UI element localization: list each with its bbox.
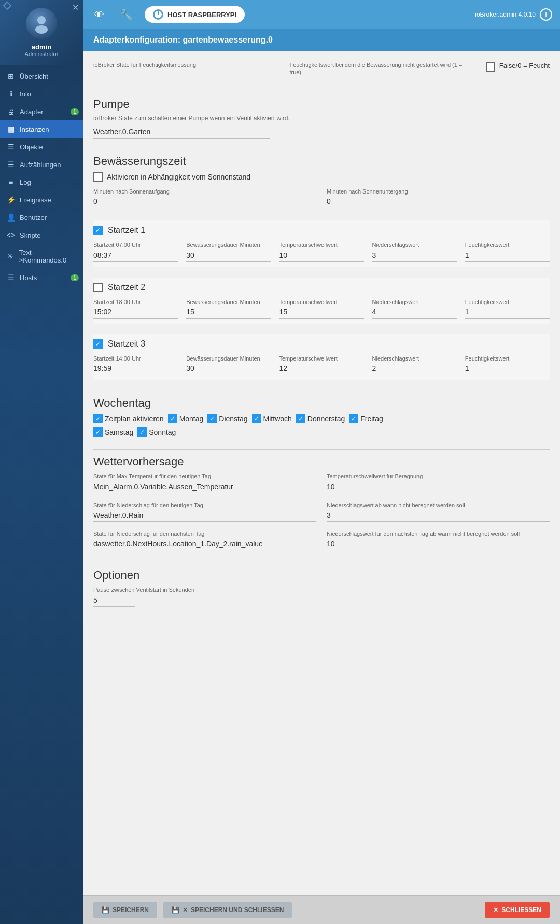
sidebar-item-ubersicht[interactable]: ⊞ Übersicht: [0, 67, 83, 85]
wochentag-title: Wochentag: [93, 396, 550, 410]
startzeit2-checkbox[interactable]: [93, 283, 103, 292]
startzeit1-temp-input[interactable]: [279, 251, 363, 262]
sidebar-item-hosts[interactable]: ☰ Hosts 1: [0, 269, 83, 286]
optionen-title: Optionen: [93, 569, 550, 582]
hosts-badge: 1: [71, 274, 79, 281]
events-icon: ⚡: [6, 196, 16, 204]
startzeit2-fields: Startzeit 18:00 Uhr Bewässerungsdauer Mi…: [93, 298, 550, 319]
zeitplan-checkbox[interactable]: [93, 414, 103, 423]
sidebar-item-instanzen[interactable]: ▤ Instanzen: [0, 120, 83, 138]
save-button[interactable]: 💾 SPEICHERN: [93, 902, 157, 918]
sidebar-item-label: Hosts: [20, 274, 37, 282]
startzeit2-time-input[interactable]: [93, 308, 178, 319]
sidebar-item-text-kommandos[interactable]: ✳ Text->Kommandos.0: [0, 244, 83, 269]
niederschlag-label: State für Niederschlag für den heutigen …: [93, 502, 316, 509]
feuchtigkeitswert-field: Feuchtigkeitswert bei dem die Bewässerun…: [289, 61, 475, 81]
startzeit3-time-input[interactable]: [93, 364, 178, 375]
temp-schwellwert-label: Temperaturschwellwert für Beregnung: [327, 473, 550, 480]
startzeit1-niederschlag-label: Niederschlagswert: [372, 241, 457, 249]
niederschlag-schwellwert-field: Niederschlagswert ab wann nicht beregnet…: [327, 502, 550, 522]
donnerstag-checkbox[interactable]: [296, 414, 305, 423]
startzeit2-dauer-label: Bewässerungsdauer Minuten: [186, 298, 271, 306]
startzeit3-checkbox[interactable]: [93, 339, 103, 349]
startzeit2-dauer-input[interactable]: [186, 308, 271, 319]
pause-input[interactable]: [93, 596, 135, 607]
temp-schwellwert-input[interactable]: [327, 482, 550, 493]
startzeit3-dauer-input[interactable]: [186, 364, 271, 375]
naechster-schwellwert-input[interactable]: [327, 540, 550, 550]
sonnenuntergang-input[interactable]: [327, 197, 550, 208]
sidebar-item-info[interactable]: ℹ Info: [0, 85, 83, 103]
montag-checkbox[interactable]: [168, 414, 177, 423]
startzeit1-block: Startzeit 1 Startzeit 07:00 Uhr Bewässer…: [93, 220, 550, 267]
startzeit1-time-label: Startzeit 07:00 Uhr: [93, 241, 178, 249]
freitag-item: Freitag: [349, 414, 383, 423]
power-icon: [153, 9, 163, 20]
false-label: False/0 = Feucht: [499, 61, 550, 71]
page-title: Adapterkonfiguration: gartenbewaesserung…: [93, 35, 273, 44]
wrench-icon[interactable]: 🔧: [118, 6, 134, 23]
startzeit3-feuchtig-input[interactable]: [465, 364, 550, 375]
printer-icon: 🖨: [6, 107, 16, 116]
saveclose-icon: 💾: [172, 906, 179, 914]
aktivieren-checkbox[interactable]: [93, 172, 103, 182]
sonnen-fields: Minuten nach Sonnenaufgang Minuten nach …: [93, 188, 550, 208]
sonntag-checkbox[interactable]: [137, 427, 147, 437]
sonnenuntergang-label: Minuten nach Sonnenuntergang: [327, 188, 550, 195]
startzeit1-dauer-input[interactable]: [186, 251, 271, 262]
wetter-row1: State für Max Temperatur für den heutige…: [93, 473, 550, 493]
sonnenaufgang-input[interactable]: [93, 197, 316, 208]
sidebar-item-benutzer[interactable]: 👤 Benutzer: [0, 209, 83, 226]
sidebar-item-objekte[interactable]: ☰ Objekte: [0, 138, 83, 156]
sidebar-item-aufzahlungen[interactable]: ☰ Aufzählungen: [0, 156, 83, 173]
mittwoch-label: Mittwoch: [263, 415, 292, 423]
feuchtigkeits-input[interactable]: [93, 71, 279, 81]
sonntag-item: Sonntag: [137, 427, 176, 437]
naechster-tag-input[interactable]: [93, 540, 316, 550]
startzeit1-time-field: Startzeit 07:00 Uhr: [93, 241, 178, 261]
sidebar-item-ereignisse[interactable]: ⚡ Ereignisse: [0, 191, 83, 209]
sidebar-item-label: Übersicht: [20, 73, 48, 80]
startzeit3-temp-label: Temperaturschwellwert: [279, 355, 363, 362]
startzeit2-niederschlag-input[interactable]: [372, 308, 457, 319]
footer: 💾 SPEICHERN 💾 ✕ SPEICHERN UND SCHLIESSEN…: [83, 895, 560, 924]
svg-point-0: [37, 16, 46, 24]
eye-icon[interactable]: 👁: [91, 6, 107, 23]
montag-item: Montag: [168, 414, 204, 423]
mittwoch-checkbox[interactable]: [252, 414, 261, 423]
sonnenuntergang-field: Minuten nach Sonnenuntergang: [327, 188, 550, 208]
sidebar-item-skripte[interactable]: <> Skripte: [0, 226, 83, 244]
startzeit3-temp-input[interactable]: [279, 364, 363, 375]
startzeit2-feuchtig-input[interactable]: [465, 308, 550, 319]
save-close-button[interactable]: 💾 ✕ SPEICHERN UND SCHLIESSEN: [163, 902, 292, 918]
close-button[interactable]: ✕ SCHLIESSEN: [485, 902, 550, 918]
startzeit1-checkbox[interactable]: [93, 226, 103, 235]
avatar: [26, 8, 57, 39]
startzeit2-temp-input[interactable]: [279, 308, 363, 319]
false-checkbox[interactable]: [486, 62, 495, 72]
startzeit1-niederschlag-input[interactable]: [372, 251, 457, 262]
dienstag-checkbox[interactable]: [207, 414, 217, 423]
page-header: Adapterkonfiguration: gartenbewaesserung…: [83, 29, 560, 51]
freitag-checkbox[interactable]: [349, 414, 358, 423]
niederschlag-input[interactable]: [93, 511, 316, 522]
wettervorhersage-title: Wettervorhersage: [93, 455, 550, 468]
startzeit3-niederschlag-input[interactable]: [372, 364, 457, 375]
host-button[interactable]: HOST RASPBERRYPI: [145, 6, 245, 23]
info-icon: ℹ: [6, 90, 16, 98]
startzeit3-title: Startzeit 3: [108, 339, 145, 349]
sidebar-item-label: Text->Kommandos.0: [19, 249, 77, 264]
save-close-label: SPEICHERN UND SCHLIESSEN: [191, 906, 284, 914]
donnerstag-label: Donnerstag: [307, 415, 345, 423]
x-icon: ✕: [183, 906, 188, 914]
niederschlag-schwellwert-input[interactable]: [327, 511, 550, 522]
max-temp-input[interactable]: [93, 482, 316, 493]
sidebar-item-adapter[interactable]: 🖨 Adapter 1: [0, 103, 83, 120]
dienstag-item: Dienstag: [207, 414, 247, 423]
startzeit1-feuchtig-input[interactable]: [465, 251, 550, 262]
samstag-checkbox[interactable]: [93, 427, 103, 437]
startzeit1-time-input[interactable]: [93, 251, 178, 262]
pump-input[interactable]: [93, 128, 270, 139]
sidebar-item-log[interactable]: ≡ Log: [0, 173, 83, 191]
close-icon[interactable]: ✕: [72, 3, 79, 12]
